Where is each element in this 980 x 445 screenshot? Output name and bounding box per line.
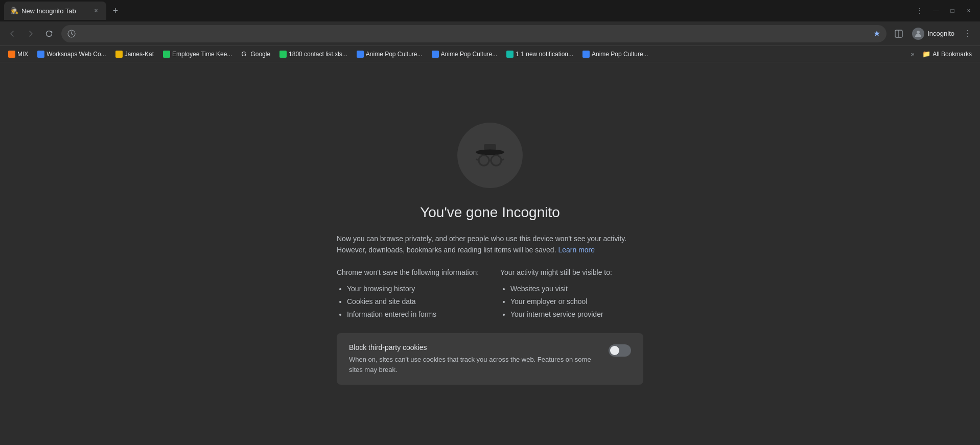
bookmark-anime2-label: Anime Pop Culture...	[441, 51, 498, 58]
svg-point-8	[491, 155, 501, 166]
wont-save-item-1: Your browsing history	[347, 283, 480, 295]
incognito-icon-circle	[457, 123, 523, 188]
all-bookmarks-folder-icon: 📁	[922, 50, 930, 58]
wont-save-title: Chrome won't save the following informat…	[337, 268, 480, 276]
page-content: You've gone Incognito Now you can browse…	[0, 62, 980, 445]
all-bookmarks-button[interactable]: 📁 All Bookmarks	[918, 48, 976, 60]
split-tab-button[interactable]	[891, 26, 907, 42]
incognito-description: Now you can browse privately, and other …	[337, 233, 643, 256]
bookmark-james-kat-icon	[115, 51, 123, 58]
new-tab-button[interactable]: +	[108, 4, 123, 18]
bookmark-employee-time-icon	[163, 51, 170, 58]
bookmark-1800-contact[interactable]: 1800 contact list.xls...	[275, 49, 352, 60]
bookmark-james-kat[interactable]: James-Kat	[111, 49, 158, 60]
bookmark-anime1-icon	[357, 51, 364, 58]
tab-close-button[interactable]: ×	[92, 7, 100, 15]
bookmark-mix[interactable]: MIX	[4, 49, 32, 60]
bookmark-star-icon[interactable]: ★	[873, 29, 880, 38]
tabs-search-button[interactable]: ⋮	[913, 4, 927, 18]
reload-button[interactable]	[41, 26, 57, 42]
avatar	[912, 28, 924, 40]
svg-line-11	[501, 159, 503, 160]
chrome-menu-button[interactable]: ⋮	[960, 26, 976, 42]
bookmark-notification-icon	[506, 51, 514, 58]
wont-save-item-3: Information entered in forms	[347, 308, 480, 321]
minimize-button[interactable]: —	[929, 4, 943, 18]
bookmarks-bar: MIX Worksnaps Web Co... James-Kat Employ…	[0, 46, 980, 62]
bookmark-google-icon: G	[241, 51, 248, 58]
toolbar: ★ Incognito ⋮	[0, 21, 980, 46]
bookmark-worksnaps-icon	[37, 51, 44, 58]
window-controls: ⋮ — □ ×	[913, 4, 976, 18]
close-window-button[interactable]: ×	[962, 4, 976, 18]
bookmark-notification-label: 1 1 new notification...	[516, 51, 573, 58]
wont-save-item-2: Cookies and site data	[347, 295, 480, 308]
forward-button[interactable]	[22, 26, 39, 42]
might-see-item-1: Websites you visit	[510, 283, 643, 295]
profile-button[interactable]: Incognito	[908, 26, 959, 42]
tab-favicon: 🕵	[10, 7, 18, 15]
might-see-item-2: Your employer or school	[510, 295, 643, 308]
incognito-icon	[470, 135, 510, 176]
bookmark-james-kat-label: James-Kat	[125, 51, 154, 58]
bookmark-google-label: Google	[250, 51, 270, 58]
back-button[interactable]	[4, 26, 20, 42]
bookmark-employee-time-label: Employee Time Kee...	[172, 51, 232, 58]
cookie-text: Block third-party cookies When on, sites…	[349, 343, 600, 374]
svg-point-6	[476, 149, 504, 155]
address-favicon	[67, 30, 76, 38]
incognito-container: You've gone Incognito Now you can browse…	[326, 102, 654, 405]
toggle-thumb	[610, 346, 619, 355]
wont-save-column: Chrome won't save the following informat…	[337, 268, 480, 321]
bookmark-notification[interactable]: 1 1 new notification...	[502, 49, 577, 60]
profile-name: Incognito	[927, 30, 954, 37]
learn-more-link[interactable]: Learn more	[558, 246, 595, 254]
might-see-item-3: Your internet service provider	[510, 308, 643, 321]
bookmarks-more-button[interactable]: »	[908, 49, 918, 60]
bookmark-worksnaps-label: Worksnaps Web Co...	[46, 51, 106, 58]
bookmark-mix-label: MIX	[17, 51, 28, 58]
toggle-track[interactable]	[609, 344, 631, 357]
bookmark-anime1[interactable]: Anime Pop Culture...	[353, 49, 427, 60]
bookmark-worksnaps[interactable]: Worksnaps Web Co...	[33, 49, 110, 60]
bookmark-anime2[interactable]: Anime Pop Culture...	[428, 49, 502, 60]
might-see-title: Your activity might still be visible to:	[500, 268, 643, 276]
bookmark-anime3-label: Anime Pop Culture...	[592, 51, 648, 58]
tab-title: New Incognito Tab	[21, 7, 89, 15]
bookmark-1800-contact-icon	[279, 51, 287, 58]
bookmark-google[interactable]: G Google	[237, 49, 274, 60]
bookmark-1800-contact-label: 1800 contact list.xls...	[289, 51, 347, 58]
tab-bar: 🕵 New Incognito Tab × + ⋮ — □ ×	[0, 0, 980, 21]
bookmark-mix-icon	[8, 51, 15, 58]
bookmark-employee-time[interactable]: Employee Time Kee...	[159, 49, 236, 60]
cookie-title: Block third-party cookies	[349, 343, 600, 352]
bookmark-anime3[interactable]: Anime Pop Culture...	[578, 49, 652, 60]
toolbar-right: Incognito ⋮	[891, 26, 976, 42]
bookmark-anime2-icon	[432, 51, 439, 58]
bookmark-anime3-icon	[582, 51, 590, 58]
svg-point-3	[917, 31, 920, 34]
wont-save-list: Your browsing history Cookies and site d…	[337, 283, 480, 321]
cookie-description: When on, sites can't use cookies that tr…	[349, 355, 600, 374]
svg-point-7	[479, 155, 489, 166]
browser-frame: 🕵 New Incognito Tab × + ⋮ — □ × ★	[0, 0, 980, 445]
active-tab[interactable]: 🕵 New Incognito Tab ×	[4, 2, 106, 20]
cookie-box: Block third-party cookies When on, sites…	[337, 333, 643, 385]
svg-line-10	[477, 159, 479, 160]
might-see-column: Your activity might still be visible to:…	[500, 268, 643, 321]
maximize-button[interactable]: □	[945, 4, 960, 18]
block-cookies-toggle[interactable]	[609, 344, 631, 357]
incognito-lists: Chrome won't save the following informat…	[337, 268, 643, 321]
bookmark-anime1-label: Anime Pop Culture...	[366, 51, 423, 58]
might-see-list: Websites you visit Your employer or scho…	[500, 283, 643, 321]
incognito-title: You've gone Incognito	[420, 204, 560, 221]
address-bar[interactable]: ★	[61, 25, 886, 42]
all-bookmarks-label: All Bookmarks	[932, 51, 972, 58]
